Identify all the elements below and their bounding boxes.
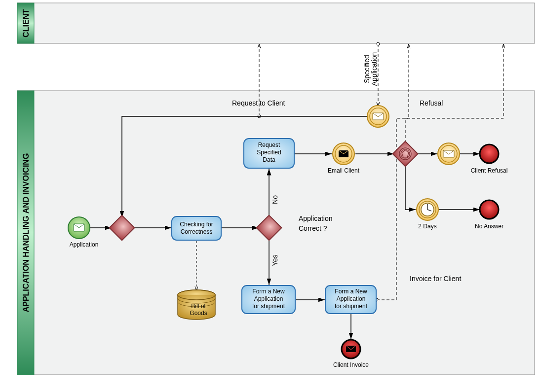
label-invoice-for-client: Invoice for Client [410, 275, 461, 283]
task-form-application-1: Form a New Application for shipment [242, 285, 295, 314]
svg-text:2 Days: 2 Days [418, 223, 436, 230]
svg-text:Client Invoice: Client Invoice [333, 361, 369, 368]
svg-text:Client Refusal: Client Refusal [471, 167, 508, 174]
event-refusal-received [438, 143, 460, 165]
svg-point-39 [480, 200, 499, 219]
task-request-specified-data: Request Specified Data [244, 139, 294, 168]
label-request-to-client: Request to Client [232, 99, 285, 107]
svg-text:Goods: Goods [190, 310, 207, 317]
label-spec-app-1: Specified [363, 55, 371, 83]
svg-text:Application: Application [254, 295, 283, 302]
svg-text:Data: Data [263, 156, 275, 163]
label-yes: Yes [271, 255, 279, 266]
svg-text:for shipment: for shipment [335, 303, 368, 310]
svg-text:Email Client: Email Client [328, 167, 360, 174]
event-spec-app-received [367, 106, 389, 127]
svg-rect-1 [17, 3, 535, 43]
svg-text:No Answer: No Answer [475, 223, 503, 230]
pool-client: CLIENT [17, 3, 535, 43]
label-app-correct-1: Application [299, 214, 333, 222]
task-checking-correctness: Checking for Correctness [172, 216, 221, 240]
pool-client-label: CLIENT [22, 9, 30, 37]
svg-text:for shipment: for shipment [252, 303, 285, 310]
svg-point-31 [480, 144, 499, 163]
svg-text:Correctness: Correctness [181, 228, 213, 235]
label-spec-app-2: Application [370, 52, 378, 86]
svg-text:Checking for: Checking for [180, 221, 213, 228]
svg-text:Bill of: Bill of [191, 303, 206, 310]
pool-app-label: APPLICATION HANDLING AND INVOICING [22, 153, 30, 313]
svg-text:Application: Application [337, 295, 366, 302]
label-app-correct-2: Correct ? [299, 224, 327, 232]
svg-text:Specified: Specified [257, 149, 281, 156]
task-form-application-2: Form a New Application for shipment [325, 285, 376, 314]
svg-text:Request: Request [258, 142, 280, 148]
svg-text:Form a New: Form a New [335, 288, 367, 295]
data-store-bill-of-goods: Bill of Goods [178, 290, 215, 320]
svg-text:Application: Application [70, 241, 99, 248]
label-refusal: Refusal [420, 99, 443, 107]
event-timer-2days: 2 Days [417, 199, 438, 230]
svg-text:Form a New: Form a New [252, 288, 285, 295]
label-no: No [271, 195, 279, 204]
